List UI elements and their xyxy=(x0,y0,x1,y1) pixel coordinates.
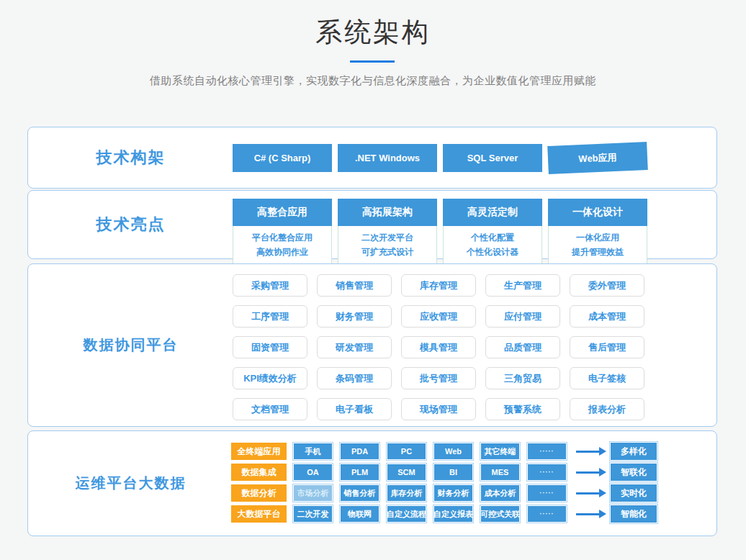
ops-item: 市场分析 xyxy=(294,485,332,501)
section-data-platform: 数据协同平台 采购管理 销售管理 库存管理 生产管理 委外管理 工序管理 财务管… xyxy=(27,263,717,427)
module-chip: 应付管理 xyxy=(485,305,560,328)
ops-item: SCM xyxy=(387,464,426,480)
flow-arrow-icon xyxy=(576,451,599,453)
flow-arrow-icon xyxy=(576,513,599,515)
module-chip: 销售管理 xyxy=(317,274,392,297)
module-chip: 品质管理 xyxy=(485,336,560,358)
highlight-line: 高效协同作业 xyxy=(233,245,331,259)
module-chip: 文档管理 xyxy=(233,398,307,420)
highlight-line: 个性化配置 xyxy=(444,230,541,245)
highlight-card-title: 高灵活定制 xyxy=(443,199,542,226)
module-chip: 三角贸易 xyxy=(485,367,560,389)
module-chip: 售后管理 xyxy=(570,336,644,358)
page: 系统架构 借助系统自动化核心管理引擎，实现数字化与信息化深度融合，为企业数值化管… xyxy=(0,0,746,560)
ops-item: OA xyxy=(294,464,332,480)
ops-result-chip: 智联化 xyxy=(611,464,657,481)
ops-item: PDA xyxy=(341,443,379,459)
ops-item: 财务分析 xyxy=(434,485,472,501)
tech-button-csharp: C# (C Sharp) xyxy=(233,144,332,172)
ops-row-integration: 数据集成 OA PLM SCM BI MES ····· 智联化 xyxy=(231,464,657,481)
highlight-card: 高拓展架构 二次开发平台 可扩充式设计 xyxy=(338,199,437,265)
ops-item-ellipsis: ····· xyxy=(528,485,566,501)
section-tech-highlights: 技术亮点 高整合应用 平台化整合应用 高效协同作业 高拓展架构 二次开发平台 可… xyxy=(27,190,717,259)
tech-button-web: Web应用 xyxy=(547,142,648,174)
page-subtitle: 借助系统自动化核心管理引擎，实现数字化与信息化深度融合，为企业数值化管理应用赋能 xyxy=(0,74,746,88)
ops-item-ellipsis: ····· xyxy=(528,443,566,459)
ops-item: 自定义报表 xyxy=(434,506,472,522)
highlight-card-body: 个性化配置 个性化设计器 xyxy=(443,226,542,265)
highlight-card-body: 一体化应用 提升管理效益 xyxy=(548,226,647,265)
ops-item: 物联网 xyxy=(341,506,379,522)
ops-item: 销售分析 xyxy=(341,485,379,501)
section-label-ops-platform: 运维平台大数据 xyxy=(28,431,233,536)
highlight-card-body: 二次开发平台 可扩充式设计 xyxy=(338,226,437,265)
highlight-line: 可扩充式设计 xyxy=(338,245,436,259)
ops-item: 成本分析 xyxy=(481,485,519,501)
ops-result-chip: 多样化 xyxy=(611,443,657,460)
highlight-card-title: 高拓展架构 xyxy=(338,199,437,226)
section-label-tech-highlights: 技术亮点 xyxy=(28,191,233,258)
highlight-card-body: 平台化整合应用 高效协同作业 xyxy=(233,226,332,265)
module-chip: 工序管理 xyxy=(233,305,307,328)
highlight-line: 一体化应用 xyxy=(549,230,647,245)
section-label-tech-framework: 技术构架 xyxy=(28,127,233,188)
highlight-line: 平台化整合应用 xyxy=(233,230,331,245)
ops-result-chip: 实时化 xyxy=(611,484,657,502)
highlight-line: 二次开发平台 xyxy=(338,230,436,245)
ops-row-analysis: 数据分析 市场分析 销售分析 库存分析 财务分析 成本分析 ····· 实时化 xyxy=(231,484,657,502)
module-chip: 采购管理 xyxy=(233,274,307,297)
flow-arrow-icon xyxy=(576,471,599,474)
module-chip: KPI绩效分析 xyxy=(233,367,307,389)
module-chip: 库存管理 xyxy=(401,274,476,297)
flow-arrow-icon xyxy=(576,492,599,494)
highlight-cards: 高整合应用 平台化整合应用 高效协同作业 高拓展架构 二次开发平台 可扩充式设计… xyxy=(233,199,647,265)
module-chip: 批号管理 xyxy=(401,367,476,389)
ops-category-tag: 数据集成 xyxy=(231,464,287,481)
section-tech-framework: 技术构架 C# (C Sharp) .NET Windows SQL Serve… xyxy=(27,127,717,189)
ops-item: 其它终端 xyxy=(481,443,519,459)
ops-item: PC xyxy=(387,443,426,459)
module-chip: 预警系统 xyxy=(485,398,560,420)
highlight-card: 一体化设计 一体化应用 提升管理效益 xyxy=(548,199,647,265)
ops-item: 手机 xyxy=(294,443,332,459)
ops-item-ellipsis: ····· xyxy=(528,506,566,522)
module-chip: 固资管理 xyxy=(233,336,307,358)
ops-rows: 全终端应用 手机 PDA PC Web 其它终端 ····· 多样化 数据集成 … xyxy=(231,443,657,526)
ops-item: Web xyxy=(434,443,472,459)
ops-category-tag: 数据分析 xyxy=(231,484,287,502)
module-chip: 委外管理 xyxy=(570,274,644,297)
ops-item: BI xyxy=(434,464,472,480)
module-chip: 应收管理 xyxy=(401,305,476,328)
tech-button-dotnet: .NET Windows xyxy=(338,144,437,172)
module-chip: 电子签核 xyxy=(570,367,644,389)
module-chip: 电子看板 xyxy=(317,398,392,420)
ops-item: 自定义流程 xyxy=(387,506,426,522)
module-chip: 报表分析 xyxy=(570,398,644,420)
ops-item: PLM xyxy=(341,464,379,480)
module-chip: 财务管理 xyxy=(317,305,392,328)
ops-row-bigdata: 大数据平台 二次开发 物联网 自定义流程 自定义报表 可控式关联 ····· 智… xyxy=(231,505,657,523)
section-label-data-platform: 数据协同平台 xyxy=(28,264,233,426)
module-chip: 生产管理 xyxy=(485,274,560,297)
ops-item: 二次开发 xyxy=(294,506,332,522)
ops-item-ellipsis: ····· xyxy=(528,464,566,480)
page-title: 系统架构 xyxy=(0,14,746,50)
ops-item: 可控式关联 xyxy=(481,506,519,522)
highlight-card-title: 一体化设计 xyxy=(548,199,647,226)
module-chip: 成本管理 xyxy=(570,305,644,328)
highlight-card: 高整合应用 平台化整合应用 高效协同作业 xyxy=(233,199,332,265)
ops-category-tag: 全终端应用 xyxy=(231,443,287,460)
tech-button-sqlserver: SQL Server xyxy=(443,144,542,172)
ops-item: MES xyxy=(481,464,519,480)
module-chip: 条码管理 xyxy=(317,367,392,389)
highlight-line: 提升管理效益 xyxy=(549,245,647,259)
section-ops-platform: 运维平台大数据 全终端应用 手机 PDA PC Web 其它终端 ····· 多… xyxy=(27,430,717,536)
ops-row-terminals: 全终端应用 手机 PDA PC Web 其它终端 ····· 多样化 xyxy=(231,443,657,460)
highlight-line: 个性化设计器 xyxy=(444,245,541,259)
tech-framework-buttons: C# (C Sharp) .NET Windows SQL Server Web… xyxy=(233,127,647,188)
ops-category-tag: 大数据平台 xyxy=(231,505,287,523)
title-underline xyxy=(350,60,395,63)
module-chip: 现场管理 xyxy=(401,398,476,420)
highlight-card-title: 高整合应用 xyxy=(233,199,332,226)
ops-item: 库存分析 xyxy=(387,485,426,501)
